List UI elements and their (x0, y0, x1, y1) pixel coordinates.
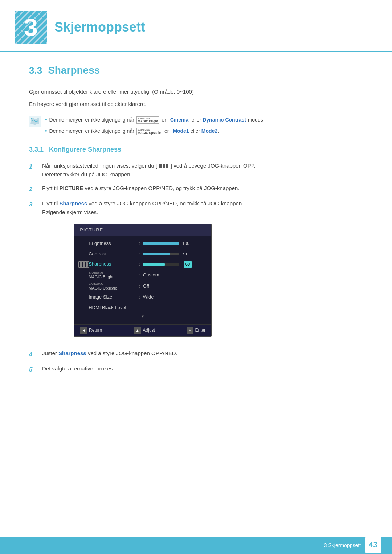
enter-icon: ↵ (187, 327, 193, 334)
step-1-sub: Deretter trykker du på JOG-knappen. (42, 171, 132, 177)
osd-title-bar: PICTURE (74, 224, 211, 236)
subsection-title: Konfigurere Sharpness (49, 146, 121, 153)
osd-label-contrast: Contrast (89, 250, 136, 258)
osd-val-magic-upscale: Off (143, 283, 149, 290)
osd-bar-sharpness: 60 (143, 261, 192, 268)
picture-bold: PICTURE (60, 185, 83, 191)
step-number-5: 5 (29, 364, 36, 374)
osd-label-brightness: Brightness (89, 240, 136, 247)
note-text-1: Denne menyen er ikke tilgjengelig når SA… (49, 116, 265, 124)
step-content-4: Juster Sharpness ved å styre JOG-knappen… (42, 349, 177, 358)
footer-chapter-label: 3 Skjermoppsett (324, 541, 361, 549)
osd-more-arrow: ▼ (74, 313, 211, 321)
osd-jog-icon (78, 261, 89, 268)
subsection-number: 3.3.1 (29, 146, 44, 153)
subsection-heading: 3.3.1 Konfigurere Sharpness (29, 144, 363, 155)
page-footer: 3 Skjermoppsett 43 (0, 537, 392, 554)
osd-row-sharpness: Sharpness : 60 (74, 259, 211, 270)
osd-menu: Brightness : 100 Contrast (74, 236, 211, 324)
osd-num-brightness: 100 (182, 240, 191, 247)
step-content-2: Flytt til PICTURE ved å styre JOG-knappe… (42, 184, 240, 193)
note-line-1: • Denne menyen er ikke tilgjengelig når … (45, 115, 265, 124)
osd-row-magic-bright: SAMSUNG MAGIC Bright : Custom (74, 270, 211, 281)
svg-rect-1 (31, 118, 32, 119)
osd-footer: ◄ Return ▲ Adjust ↵ Enter (74, 324, 211, 336)
adjust-label: Adjust (143, 327, 155, 334)
step-2: 2 Flytt til PICTURE ved å styre JOG-knap… (29, 184, 363, 194)
footer-page-number: 43 (365, 537, 381, 553)
step-1: 1 Når funksjonstastveiledningen vises, v… (29, 161, 363, 179)
steps-list: 1 Når funksjonstastveiledningen vises, v… (29, 161, 363, 375)
step-number-1: 1 (29, 161, 36, 172)
osd-track-contrast (143, 253, 179, 255)
osd-val-image-size: Wide (143, 294, 154, 301)
step-number-2: 2 (29, 184, 36, 194)
osd-bar-contrast: 75 (143, 250, 191, 257)
osd-footer-adjust: ▲ Adjust (134, 327, 155, 334)
chapter-number: 3 (15, 11, 47, 44)
sharpness-link-4: Sharpness (58, 350, 86, 356)
osd-label-image-size: Image Size (89, 294, 136, 301)
mode2-link: Mode2 (201, 128, 217, 134)
step-3: 3 Flytt til Sharpness ved å styre JOG-kn… (29, 199, 363, 344)
osd-value-sharpness: 60 (184, 261, 192, 268)
return-label: Return (89, 327, 102, 334)
mode1-link: Mode1 (173, 128, 189, 134)
osd-footer-enter: ↵ Enter (187, 327, 206, 334)
osd-fill-brightness (143, 242, 179, 245)
osd-num-contrast: 75 (182, 250, 191, 257)
cinema-link: Cinema (170, 117, 189, 123)
osd-label-magic-bright: SAMSUNG MAGIC Bright (89, 271, 136, 279)
sharpness-link-3: Sharpness (60, 200, 87, 206)
enter-label: Enter (195, 327, 206, 334)
jog-icon (158, 163, 170, 169)
osd-row-hdmi: HDMI Black Level (74, 303, 211, 313)
bullet-2: • (45, 126, 47, 136)
page-header: 3 Skjermoppsett (0, 0, 392, 52)
osd-label-sharpness: Sharpness (89, 260, 136, 268)
osd-fill-contrast (143, 253, 170, 255)
monitor-screenshot: PICTURE Brightness : 100 (74, 224, 212, 337)
osd-row-magic-upscale: SAMSUNG MAGIC Upscale : Off (74, 281, 211, 292)
samsung-magic-bright-label: SAMSUNG MAGIC Bright (136, 116, 160, 124)
bullet-1: • (45, 115, 47, 124)
osd-track-brightness (143, 242, 179, 245)
description-1: Gjør omrisset til objekter klarere eller… (29, 87, 363, 96)
step-number-4: 4 (29, 349, 36, 359)
content-area: 3.3 Sharpness Gjør omrisset til objekter… (0, 62, 392, 409)
section-title: Sharpness (48, 62, 100, 79)
return-icon: ◄ (80, 327, 87, 334)
step-content-1: Når funksjonstastveiledningen vises, vel… (42, 161, 256, 179)
osd-val-magic-bright: Custom (143, 271, 159, 279)
note-box: • Denne menyen er ikke tilgjengelig når … (29, 115, 363, 136)
note-lines: • Denne menyen er ikke tilgjengelig når … (45, 115, 265, 136)
step-content-3: Flytt til Sharpness ved å styre JOG-knap… (42, 199, 243, 344)
osd-label-hdmi: HDMI Black Level (89, 304, 136, 312)
step-1-text: Når funksjonstastveiledningen vises, vel… (42, 163, 256, 169)
section-heading: 3.3 Sharpness (29, 62, 363, 79)
note-text-2: Denne menyen er ikke tilgjengelig når SA… (49, 127, 219, 135)
note-line-2: • Denne menyen er ikke tilgjengelig når … (45, 126, 265, 136)
chapter-number-box: 3 (15, 11, 47, 44)
osd-row-contrast: Contrast : 75 (74, 249, 211, 259)
description-2: En høyere verdi gjør omrisset til objekt… (29, 100, 363, 108)
chapter-title: Skjermoppsett (54, 17, 145, 38)
osd-footer-return: ◄ Return (80, 327, 102, 334)
step-4: 4 Juster Sharpness ved å styre JOG-knapp… (29, 349, 363, 359)
note-icon (29, 116, 41, 127)
step-3-sub: Følgende skjerm vises. (42, 209, 98, 215)
osd-track-sharpness (143, 263, 179, 266)
section-number: 3.3 (29, 63, 42, 78)
step-5: 5 Det valgte alternativet brukes. (29, 364, 363, 374)
samsung-magic-upscale-label: SAMSUNG MAGIC Upscale (136, 128, 162, 135)
osd-bar-brightness: 100 (143, 240, 191, 247)
step-number-3: 3 (29, 199, 36, 209)
adjust-icon: ▲ (134, 327, 141, 334)
osd-label-magic-upscale: SAMSUNG MAGIC Upscale (89, 282, 136, 291)
osd-fill-sharpness (143, 263, 165, 266)
osd-row-brightness: Brightness : 100 (74, 238, 211, 249)
osd-row-image-size: Image Size : Wide (74, 292, 211, 303)
dynamic-contrast-link: Dynamic Contrast (203, 117, 246, 123)
step-content-5: Det valgte alternativet brukes. (42, 364, 114, 373)
